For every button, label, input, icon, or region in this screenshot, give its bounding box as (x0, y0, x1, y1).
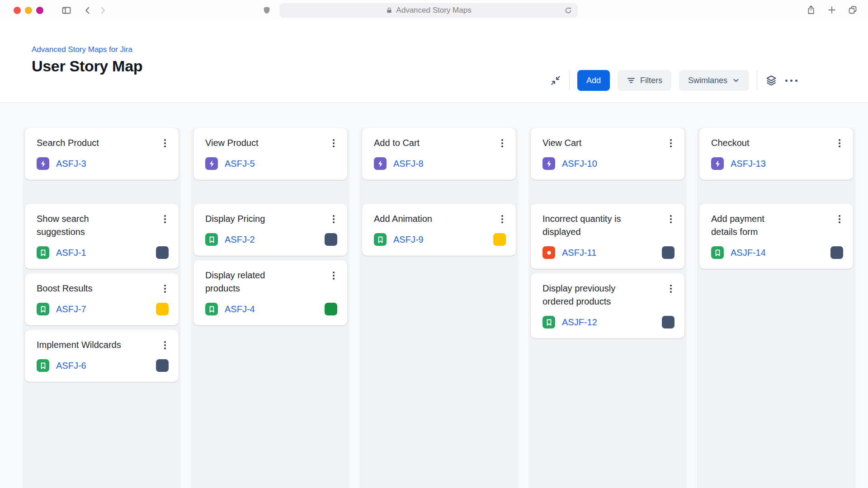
issue-key-link[interactable]: ASFJ-6 (56, 361, 86, 371)
issue-card[interactable]: Display Pricing ASFJ-2 (193, 204, 347, 256)
card-title: Add Animation (374, 212, 432, 225)
close-window-button[interactable] (14, 7, 21, 14)
privacy-shield-icon[interactable] (262, 5, 271, 15)
issue-key-link[interactable]: ASFJ-9 (393, 235, 424, 245)
issue-card[interactable]: Display related products ASFJ-4 (193, 260, 347, 325)
epic-issue-type-icon (37, 157, 49, 170)
status-square[interactable] (325, 233, 337, 246)
new-tab-icon[interactable] (826, 5, 837, 17)
story-issue-type-icon (542, 316, 555, 328)
zoom-window-button[interactable] (36, 7, 43, 14)
card-title: Display related products (205, 269, 265, 295)
card-title: Search Product (37, 136, 99, 150)
share-icon[interactable] (806, 5, 816, 17)
page-title: User Story Map (32, 57, 142, 75)
bug-issue-type-icon (542, 246, 555, 259)
kebab-menu-icon[interactable] (330, 269, 337, 281)
card-title: Incorrect quantity is displayed (542, 212, 621, 239)
issue-card[interactable]: View Product ASFJ-5 (193, 128, 347, 180)
card-title: Add to Cart (374, 136, 420, 150)
status-square[interactable] (156, 359, 169, 372)
kebab-menu-icon[interactable] (161, 338, 169, 350)
kebab-menu-icon[interactable] (667, 136, 675, 148)
kebab-menu-icon[interactable] (161, 212, 169, 224)
status-square[interactable] (325, 303, 337, 315)
story-map-column: Search Product ASFJ-3 Show search sugges… (23, 128, 181, 488)
issue-card[interactable]: View Cart ASFJ-10 (531, 128, 684, 180)
issue-card[interactable]: Checkout ASFJ-13 (699, 128, 853, 180)
issue-key-link[interactable]: ASFJ-7 (56, 304, 86, 314)
swimlanes-button[interactable]: Swimlanes (679, 70, 749, 91)
tab-overview-icon[interactable] (847, 5, 858, 17)
story-issue-type-icon (37, 303, 49, 315)
issue-key-link[interactable]: ASFJ-3 (56, 159, 86, 169)
story-issue-type-icon (205, 303, 218, 315)
kebab-menu-icon[interactable] (499, 212, 506, 224)
issue-card[interactable]: Implement Wildcards ASFJ-6 (25, 330, 179, 382)
epic-issue-type-icon (205, 157, 218, 170)
filters-button[interactable]: Filters (618, 70, 671, 91)
issue-key-link[interactable]: ASFJ-5 (225, 159, 255, 169)
kebab-menu-icon[interactable] (330, 136, 337, 148)
swimlanes-label: Swimlanes (688, 76, 727, 85)
story-issue-type-icon (37, 246, 49, 259)
status-square[interactable] (662, 316, 675, 328)
issue-card[interactable]: Incorrect quantity is displayed ASFJ-11 (531, 204, 684, 269)
kebab-menu-icon[interactable] (161, 282, 169, 294)
issue-key-link[interactable]: ASFJ-13 (731, 159, 766, 169)
chevron-down-icon (732, 76, 740, 84)
browser-toolbar: Advanced Story Maps (0, 0, 868, 20)
issue-key-link[interactable]: ASFJ-1 (56, 248, 86, 258)
address-text: Advanced Story Maps (396, 6, 471, 15)
status-square[interactable] (156, 303, 169, 315)
add-button[interactable]: Add (577, 70, 610, 91)
kebab-menu-icon[interactable] (667, 282, 675, 294)
card-title: Checkout (711, 136, 750, 150)
sidebar-toggle-icon[interactable] (61, 5, 72, 16)
minimize-window-button[interactable] (25, 7, 32, 14)
more-options-icon[interactable] (785, 80, 797, 82)
window-controls (14, 7, 43, 14)
status-square[interactable] (156, 246, 169, 259)
filter-icon (627, 76, 636, 85)
issue-card[interactable]: Boost Results ASFJ-7 (25, 273, 179, 325)
status-square[interactable] (830, 246, 843, 259)
kebab-menu-icon[interactable] (161, 136, 169, 148)
status-square[interactable] (662, 246, 675, 259)
kebab-menu-icon[interactable] (499, 136, 506, 148)
story-map-column: Checkout ASFJ-13 Add payment details for… (697, 128, 855, 488)
issue-key-link[interactable]: ASJF-14 (731, 248, 766, 258)
epic-issue-type-icon (374, 157, 387, 170)
issue-key-link[interactable]: ASFJ-10 (562, 159, 597, 169)
card-title: View Cart (542, 136, 581, 150)
issue-card[interactable]: Search Product ASFJ-3 (25, 128, 179, 180)
issue-card[interactable]: Add Animation ASFJ-9 (362, 204, 516, 256)
issue-key-link[interactable]: ASFJ-8 (393, 159, 424, 169)
kebab-menu-icon[interactable] (836, 136, 843, 148)
forward-icon[interactable] (98, 5, 108, 15)
kebab-menu-icon[interactable] (330, 212, 337, 224)
kebab-menu-icon[interactable] (667, 212, 675, 224)
issue-key-link[interactable]: ASFJ-11 (562, 248, 596, 258)
collapse-icon[interactable] (550, 75, 561, 86)
card-title: Add payment details form (711, 212, 764, 239)
issue-card[interactable]: Add payment details form ASJF-14 (699, 204, 853, 269)
card-title: Display Pricing (205, 212, 265, 225)
issue-key-link[interactable]: ASJF-12 (562, 317, 597, 328)
address-bar[interactable]: Advanced Story Maps (279, 3, 578, 18)
card-title: Implement Wildcards (37, 338, 121, 352)
status-square[interactable] (493, 233, 506, 246)
back-icon[interactable] (83, 5, 93, 15)
layers-icon[interactable] (765, 74, 778, 87)
epic-issue-type-icon (711, 157, 724, 170)
issue-card[interactable]: Display previously ordered products ASJF… (531, 273, 684, 338)
issue-key-link[interactable]: ASFJ-4 (225, 304, 255, 314)
story-map-column: Add to Cart ASFJ-8 Add Animation ASFJ-9 (360, 128, 518, 488)
kebab-menu-icon[interactable] (836, 212, 843, 224)
issue-card[interactable]: Show search suggestions ASFJ-1 (25, 204, 179, 269)
filters-label: Filters (640, 76, 662, 85)
issue-card[interactable]: Add to Cart ASFJ-8 (362, 128, 516, 180)
issue-key-link[interactable]: ASFJ-2 (225, 235, 255, 245)
breadcrumb-link[interactable]: Advanced Story Maps for Jira (32, 45, 142, 54)
reload-icon[interactable] (564, 6, 573, 17)
